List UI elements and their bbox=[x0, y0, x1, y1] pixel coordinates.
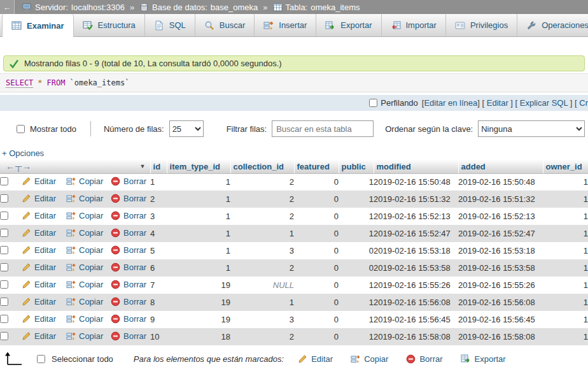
back-arrow-button[interactable]: ← bbox=[0, 0, 15, 14]
row-delete-label: Borrar bbox=[123, 331, 146, 341]
delete-icon bbox=[406, 354, 416, 364]
row-checkbox[interactable] bbox=[0, 194, 8, 203]
row-checkbox[interactable] bbox=[0, 229, 8, 237]
row-edit-link[interactable]: Editar bbox=[22, 263, 56, 272]
row-delete-link[interactable]: Borrar bbox=[111, 331, 146, 341]
select-all-checkbox[interactable] bbox=[37, 355, 45, 363]
row-checkbox[interactable] bbox=[0, 246, 8, 254]
row-checkbox[interactable] bbox=[0, 263, 8, 271]
row-edit-link[interactable]: Editar bbox=[22, 245, 56, 255]
column-header-owner_id[interactable]: owner_id bbox=[543, 160, 588, 173]
sql-icon bbox=[154, 20, 164, 31]
bracket: [ bbox=[515, 98, 520, 108]
breadcrumb-table-value[interactable]: omeka_items bbox=[311, 3, 360, 12]
row-copy-link[interactable]: Copiar bbox=[66, 228, 103, 238]
tab-privilegios[interactable]: Privilegios bbox=[446, 14, 517, 36]
row-copy-link[interactable]: Copiar bbox=[66, 245, 103, 255]
table-row: EditarCopiarBorrar312012019-02-16 15:52:… bbox=[0, 208, 588, 225]
row-delete-link[interactable]: Borrar bbox=[111, 194, 146, 203]
row-checkbox[interactable] bbox=[0, 212, 8, 220]
row-checkbox[interactable] bbox=[0, 280, 8, 289]
row-copy-link[interactable]: Copiar bbox=[66, 211, 103, 220]
column-header-modified[interactable]: modified bbox=[374, 160, 458, 173]
column-header-id[interactable]: id bbox=[150, 160, 167, 173]
footer-action-pencil[interactable]: Editar bbox=[298, 354, 333, 364]
cell-public: 1 bbox=[339, 173, 374, 191]
select-all-label[interactable]: Seleccionar todo bbox=[52, 354, 113, 364]
database-icon bbox=[139, 3, 149, 12]
tab-examinar[interactable]: Examinar bbox=[2, 14, 74, 37]
tab-insertar[interactable]: Insertar bbox=[255, 14, 316, 36]
row-copy-link[interactable]: Copiar bbox=[66, 297, 103, 306]
row-copy-link[interactable]: Copiar bbox=[66, 331, 103, 341]
breadcrumb-server-value[interactable]: localhost:3306 bbox=[71, 3, 125, 12]
with-selected-label: Para los elementos que están marcados: bbox=[134, 354, 284, 364]
cell-collection_id: 2 bbox=[230, 259, 294, 277]
row-delete-link[interactable]: Borrar bbox=[111, 211, 146, 220]
row-delete-link[interactable]: Borrar bbox=[111, 263, 146, 272]
row-checkbox[interactable] bbox=[0, 315, 8, 323]
profiling-checkbox[interactable] bbox=[369, 99, 377, 107]
row-copy-link[interactable]: Copiar bbox=[66, 176, 103, 186]
row-checkbox[interactable] bbox=[0, 177, 8, 185]
row-edit-link[interactable]: Editar bbox=[22, 280, 56, 289]
breadcrumb-database-value[interactable]: base_omeka bbox=[211, 3, 258, 12]
footer-action-export[interactable]: Exportar bbox=[461, 354, 506, 364]
cell-id: 6 bbox=[150, 259, 167, 277]
options-toggle[interactable]: + Opciones bbox=[0, 148, 57, 158]
row-checkbox[interactable] bbox=[0, 332, 8, 340]
delete-icon bbox=[111, 194, 120, 203]
tab-sql[interactable]: SQL bbox=[145, 14, 195, 36]
row-delete-label: Borrar bbox=[123, 194, 146, 203]
row-copy-link[interactable]: Copiar bbox=[66, 314, 103, 324]
query-link[interactable]: Editar en línea bbox=[424, 98, 477, 108]
row-edit-link[interactable]: Editar bbox=[22, 176, 56, 186]
cell-featured: 0 bbox=[294, 259, 339, 277]
row-delete-link[interactable]: Borrar bbox=[111, 228, 146, 238]
row-copy-link[interactable]: Copiar bbox=[66, 280, 103, 289]
tab-operaciones[interactable]: Operaciones bbox=[517, 14, 588, 36]
cell-added: 2019-02-16 15:53:58 bbox=[458, 259, 543, 277]
row-edit-link[interactable]: Editar bbox=[22, 314, 56, 324]
show-all-checkbox[interactable] bbox=[17, 125, 25, 133]
row-delete-link[interactable]: Borrar bbox=[111, 297, 146, 306]
sort-key-select[interactable]: Ninguna bbox=[478, 120, 585, 137]
row-checkbox[interactable] bbox=[0, 298, 8, 306]
column-header-added[interactable]: added bbox=[458, 160, 543, 173]
row-edit-link[interactable]: Editar bbox=[22, 228, 56, 238]
bracket: ] bbox=[568, 98, 575, 108]
row-copy-link[interactable]: Copiar bbox=[66, 194, 103, 203]
column-header-public[interactable]: public bbox=[339, 160, 374, 173]
query-link[interactable]: Editar bbox=[487, 98, 508, 108]
filter-rows-input[interactable] bbox=[272, 120, 374, 137]
tab-buscar[interactable]: Buscar bbox=[195, 14, 255, 36]
tab-estructura[interactable]: Estructura bbox=[74, 14, 145, 36]
row-delete-link[interactable]: Borrar bbox=[111, 280, 146, 289]
tab-importar[interactable]: Importar bbox=[382, 14, 446, 36]
query-link[interactable]: Explicar SQL bbox=[520, 98, 568, 108]
tab-exportar[interactable]: Exportar bbox=[316, 14, 381, 36]
actions-menu-arrow-icon[interactable]: ▼ bbox=[140, 163, 146, 169]
column-header-item_type_id[interactable]: item_type_id bbox=[167, 160, 230, 173]
row-edit-link[interactable]: Editar bbox=[22, 297, 56, 306]
row-edit-link[interactable]: Editar bbox=[22, 194, 56, 203]
column-header-collection_id[interactable]: collection_id bbox=[230, 160, 294, 173]
sql-token-keyword-underline[interactable]: SELECT bbox=[6, 78, 33, 88]
row-delete-link[interactable]: Borrar bbox=[111, 245, 146, 255]
row-edit-label: Editar bbox=[34, 263, 56, 272]
table-row: EditarCopiarBorrar719NULL012019-02-16 15… bbox=[0, 277, 588, 294]
num-rows-select[interactable]: 25 bbox=[169, 120, 204, 137]
footer-action-copy[interactable]: Copiar bbox=[351, 354, 388, 364]
row-delete-link[interactable]: Borrar bbox=[111, 314, 146, 324]
row-delete-link[interactable]: Borrar bbox=[111, 176, 146, 186]
row-copy-link[interactable]: Copiar bbox=[66, 263, 103, 272]
footer-action-delete[interactable]: Borrar bbox=[406, 354, 442, 364]
query-link[interactable]: Cr bbox=[579, 98, 588, 108]
breadcrumb-separator: » bbox=[263, 3, 267, 12]
cell-added: 2019-02-16 15:51:32 bbox=[458, 191, 543, 208]
column-header-featured[interactable]: featured bbox=[294, 160, 339, 173]
column-nav-arrows[interactable]: ←┬→ bbox=[3, 161, 32, 171]
row-edit-link[interactable]: Editar bbox=[22, 331, 56, 341]
row-edit-link[interactable]: Editar bbox=[22, 211, 56, 220]
row-delete-label: Borrar bbox=[123, 280, 146, 289]
